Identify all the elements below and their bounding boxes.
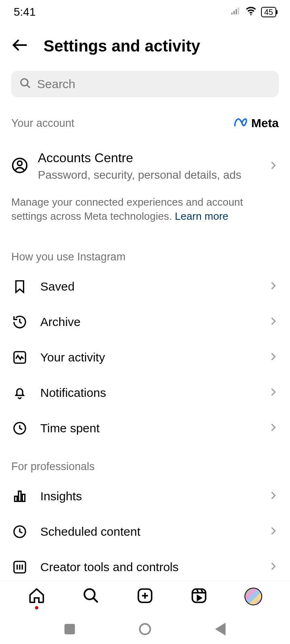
row-label: Time spent — [40, 421, 255, 435]
search-icon — [19, 77, 31, 91]
section-label: Your account — [11, 117, 75, 130]
row-insights[interactable]: Insights — [0, 479, 290, 514]
meta-logo-icon — [233, 114, 249, 132]
chevron-right-icon — [267, 422, 279, 435]
svg-point-6 — [21, 79, 28, 86]
back-icon[interactable] — [11, 36, 29, 56]
status-icons: 45 — [230, 5, 276, 20]
accounts-centre-subtitle: Password, security, personal details, ad… — [38, 169, 258, 182]
chevron-right-icon — [267, 561, 279, 574]
nav-recent-icon[interactable] — [64, 624, 75, 634]
person-circle-icon — [11, 157, 28, 175]
chevron-right-icon — [267, 160, 279, 173]
row-time-spent[interactable]: Time spent — [0, 411, 290, 446]
battery-icon: 45 — [261, 7, 276, 17]
chevron-right-icon — [267, 316, 279, 328]
tab-search[interactable] — [82, 587, 100, 606]
svg-point-4 — [250, 14, 251, 15]
nav-back-icon[interactable] — [215, 623, 226, 636]
svg-point-20 — [84, 589, 95, 600]
accounts-centre-description: Manage your connected experiences and ac… — [0, 185, 290, 236]
clock-icon — [11, 524, 28, 539]
section-usage: How you use Instagram — [0, 236, 290, 269]
bookmark-icon — [11, 279, 28, 294]
app-tab-bar — [0, 581, 290, 614]
row-your-activity[interactable]: Your activity — [0, 340, 290, 375]
row-label: Scheduled content — [40, 525, 255, 539]
svg-line-21 — [93, 598, 97, 603]
avatar — [244, 588, 262, 605]
row-label: Insights — [40, 489, 255, 503]
bar-chart-icon — [11, 489, 28, 504]
svg-line-7 — [27, 85, 30, 88]
controls-icon — [11, 559, 28, 575]
row-label: Archive — [40, 315, 255, 329]
row-archive[interactable]: Archive — [0, 304, 290, 340]
tab-home[interactable] — [28, 587, 46, 606]
chevron-right-icon — [267, 280, 279, 293]
svg-rect-3 — [238, 7, 239, 14]
tab-create[interactable] — [136, 587, 154, 606]
bell-icon — [11, 385, 28, 400]
row-saved[interactable]: Saved — [0, 269, 290, 304]
status-bar: 5:41 45 — [0, 0, 290, 24]
row-creator-tools[interactable]: Creator tools and controls — [0, 549, 290, 581]
row-scheduled-content[interactable]: Scheduled content — [0, 514, 290, 549]
svg-rect-13 — [19, 491, 21, 502]
svg-rect-0 — [231, 12, 232, 14]
signal-icon — [230, 6, 241, 19]
svg-rect-2 — [236, 9, 237, 14]
tab-reels[interactable] — [190, 587, 208, 606]
row-label: Saved — [40, 280, 255, 293]
chevron-right-icon — [267, 490, 279, 503]
meta-brand-name: Meta — [251, 116, 279, 130]
page-header: Settings and activity — [0, 24, 290, 71]
accounts-centre-row[interactable]: Accounts Centre Password, security, pers… — [0, 137, 290, 185]
system-nav-bar — [0, 614, 290, 644]
history-icon — [11, 314, 28, 330]
row-label: Notifications — [40, 386, 255, 400]
learn-more-link[interactable]: Learn more — [175, 210, 228, 222]
page-title: Settings and activity — [44, 37, 200, 55]
wifi-icon — [245, 5, 257, 20]
svg-rect-1 — [233, 11, 234, 14]
nav-home-icon[interactable] — [139, 623, 151, 635]
meta-brand: Meta — [233, 114, 279, 132]
row-label: Creator tools and controls — [40, 560, 255, 574]
chevron-right-icon — [267, 525, 279, 538]
activity-icon — [11, 350, 28, 365]
svg-marker-29 — [198, 596, 201, 600]
tab-profile[interactable] — [244, 588, 262, 605]
svg-point-9 — [17, 161, 22, 165]
svg-rect-25 — [193, 589, 206, 603]
section-your-account: Your account Meta — [0, 97, 290, 137]
notification-dot-icon — [35, 606, 38, 609]
svg-rect-12 — [14, 496, 17, 502]
search-placeholder: Search — [37, 77, 75, 91]
row-label: Your activity — [40, 351, 255, 364]
row-notifications[interactable]: Notifications — [0, 375, 290, 411]
chevron-right-icon — [267, 351, 279, 364]
status-time: 5:41 — [14, 6, 36, 19]
section-professionals: For professionals — [0, 446, 290, 479]
svg-rect-14 — [22, 494, 25, 501]
clock-icon — [11, 421, 28, 436]
search-input[interactable]: Search — [11, 71, 279, 97]
chevron-right-icon — [267, 386, 279, 399]
accounts-centre-title: Accounts Centre — [38, 151, 258, 165]
